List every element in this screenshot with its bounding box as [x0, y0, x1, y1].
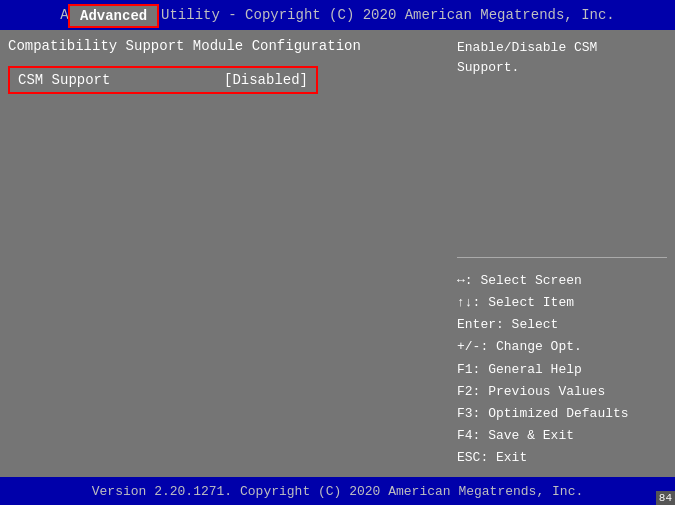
csm-support-item[interactable]: CSM Support [Disabled] — [8, 66, 318, 94]
key-hint-change: +/-: Change Opt. — [457, 336, 667, 358]
left-panel: Compatibility Support Module Configurati… — [8, 38, 449, 469]
right-spacer — [457, 89, 667, 249]
right-panel: Enable/Disable CSM Support. ↔: Select Sc… — [457, 38, 667, 469]
key-hint-f3: F3: Optimized Defaults — [457, 403, 667, 425]
help-line1: Enable/Disable CSM — [457, 40, 597, 55]
section-title: Compatibility Support Module Configurati… — [8, 38, 449, 54]
csm-support-label: CSM Support — [18, 72, 216, 88]
key-hint-esc: ESC: Exit — [457, 447, 667, 469]
key-hint-f2: F2: Previous Values — [457, 381, 667, 403]
key-hints: ↔: Select Screen ↑↓: Select Item Enter: … — [457, 270, 667, 469]
left-spacer — [8, 102, 449, 469]
key-hint-screen: ↔: Select Screen — [457, 270, 667, 292]
help-text: Enable/Disable CSM Support. — [457, 38, 667, 77]
key-hint-enter: Enter: Select — [457, 314, 667, 336]
key-hint-item: ↑↓: Select Item — [457, 292, 667, 314]
key-hint-f4: F4: Save & Exit — [457, 425, 667, 447]
bios-screen: Aptio Setup Utility - Copyright (C) 2020… — [0, 0, 675, 505]
divider — [457, 257, 667, 258]
key-hint-f1: F1: General Help — [457, 359, 667, 381]
main-content: Compatibility Support Module Configurati… — [0, 30, 675, 477]
footer-bar: Version 2.20.1271. Copyright (C) 2020 Am… — [0, 477, 675, 505]
help-line2: Support. — [457, 60, 519, 75]
footer-badge: 84 — [656, 491, 675, 505]
footer-version: Version 2.20.1271. Copyright (C) 2020 Am… — [92, 484, 583, 499]
advanced-tab[interactable]: Advanced — [68, 4, 159, 28]
header-bar: Aptio Setup Utility - Copyright (C) 2020… — [0, 0, 675, 30]
csm-support-value: [Disabled] — [224, 72, 308, 88]
